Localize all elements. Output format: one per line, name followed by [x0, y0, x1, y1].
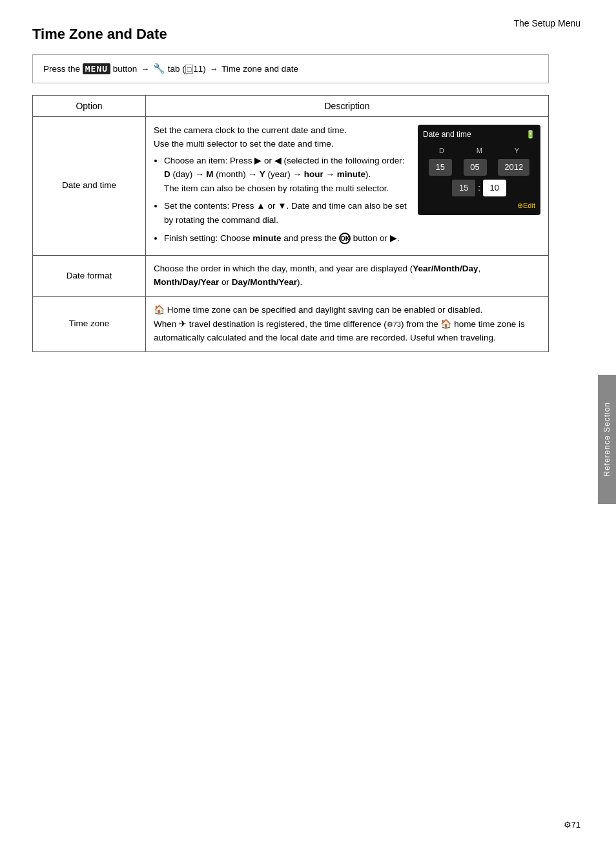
list-item: Choose an item: Press ▶ or ◀ (selected i…: [164, 154, 407, 196]
page-ref-box: □: [185, 65, 194, 74]
top-right-label: The Setup Menu: [513, 18, 580, 28]
time-colon: :: [478, 182, 480, 194]
hour-value: 15: [452, 180, 475, 196]
list-item: Set the contents: Press ▲ or ▼. Date and…: [164, 199, 407, 227]
option-label-date-format: Date format: [33, 256, 146, 297]
wrench-icon: 🔧: [153, 63, 165, 74]
description-date-format: Choose the order in which the day, month…: [146, 256, 549, 297]
option-label-date-time: Date and time: [33, 116, 146, 256]
minute-value: 10: [483, 180, 506, 196]
page-number-text: ⚙71: [564, 820, 580, 830]
date-time-text: Set the camera clock to the current date…: [154, 123, 407, 249]
home-icon: 🏠: [154, 304, 165, 315]
side-tab-label: Reference Section: [602, 402, 611, 477]
table-row: Date and time Set the camera clock to th…: [33, 116, 549, 256]
camera-ui-edit-label: ⊕Edit: [423, 200, 535, 211]
camera-ui-time-values: 15 : 10: [423, 180, 535, 196]
description-date-time: Set the camera clock to the current date…: [146, 116, 549, 256]
col-header-description: Description: [146, 95, 549, 116]
col-header-option: Option: [33, 95, 146, 116]
date-time-bullets: Choose an item: Press ▶ or ◀ (selected i…: [164, 154, 407, 246]
page-number: ⚙71: [564, 820, 580, 830]
option-label-time-zone: Time zone: [33, 297, 146, 352]
home-icon-2: 🏠: [440, 319, 451, 329]
table-row: Date format Choose the order in which th…: [33, 256, 549, 297]
travel-icon: ✈: [179, 319, 187, 329]
camera-ui-title: Date and time 🔋: [423, 129, 535, 141]
page-title: Time Zone and Date: [32, 26, 549, 43]
navigation-instruction: Press the MENU button → 🔧 tab (□11) → Ti…: [32, 54, 549, 83]
options-table: Option Description Date and time Set the…: [32, 95, 549, 352]
battery-icon: 🔋: [526, 129, 535, 141]
page-ref-timezone: ⚙73: [387, 320, 401, 328]
day-value: 15: [429, 159, 452, 176]
camera-ui-dmy-labels: D M Y: [423, 145, 535, 156]
y-label: Y: [515, 145, 519, 156]
m-label: M: [477, 145, 482, 156]
ok-button-icon: OK: [339, 233, 351, 244]
description-time-zone: 🏠 Home time zone can be specified and da…: [146, 297, 549, 352]
year-value: 2012: [498, 159, 529, 176]
reference-section-tab: Reference Section: [598, 375, 616, 504]
month-value: 05: [464, 159, 487, 176]
camera-ui-date-values: 15 05 2012: [423, 159, 535, 176]
table-row: Time zone 🏠 Home time zone can be specif…: [33, 297, 549, 352]
list-item: Finish setting: Choose minute and press …: [164, 231, 407, 246]
menu-button-label: MENU: [83, 63, 110, 74]
d-label: D: [439, 145, 444, 156]
camera-ui-title-text: Date and time: [423, 129, 471, 141]
camera-ui-preview: Date and time 🔋 D M Y 15 05: [418, 125, 540, 216]
date-time-intro: Set the camera clock to the current date…: [154, 123, 407, 151]
